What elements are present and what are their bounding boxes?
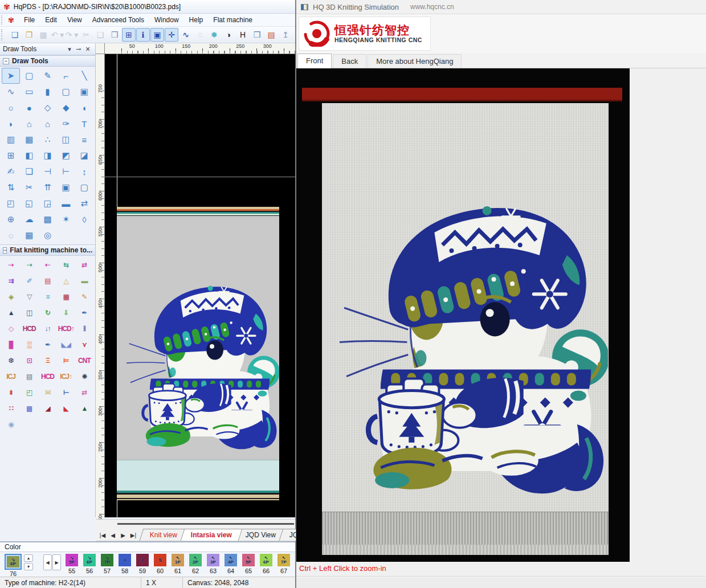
ellipse-filled-tool[interactable]: ● <box>20 100 38 116</box>
view-tab[interactable]: JQD View <box>235 529 287 541</box>
bobbin-tool[interactable]: Ξ <box>38 353 56 369</box>
frame-center-tool[interactable]: ◲ <box>38 195 56 211</box>
hcd-pink-tool[interactable]: HCD <box>38 369 56 385</box>
prev-page-button[interactable]: ◀ <box>108 532 117 538</box>
jacquard-red-tool[interactable]: ▦ <box>57 289 75 305</box>
align-right-tool[interactable]: ⊢ <box>57 164 75 179</box>
distribute-horizontal-tool[interactable]: ⇅ <box>2 179 20 195</box>
fill-gradient-tool[interactable]: ◩ <box>57 148 75 164</box>
first-page-button[interactable]: |◀ <box>98 532 107 538</box>
updown-needles-tool[interactable]: ↓↑ <box>38 321 56 337</box>
transfer-pink-tool[interactable]: ⇄ <box>75 385 93 401</box>
valley-stitch-tool[interactable]: ◣◢ <box>57 337 75 353</box>
loop-redo-tool[interactable]: ↻ <box>38 305 56 321</box>
needle-bars-tool[interactable]: ≡ <box>38 289 56 305</box>
yarn-carrier-tool[interactable]: ✐ <box>20 273 38 289</box>
simulation-tab[interactable]: Back <box>333 54 366 68</box>
stair-up-tool[interactable]: ◢ <box>38 401 56 416</box>
marquee-dots-tool[interactable]: ▩ <box>20 401 38 416</box>
hcd-insert-tool[interactable]: HCD <box>20 321 38 337</box>
eyedropper-tool[interactable]: ✑ <box>57 116 75 132</box>
row-copy-tool[interactable]: ≡ <box>75 132 93 148</box>
gold-bar-tool[interactable]: ▬ <box>57 195 75 211</box>
paste[interactable]: ❒ <box>108 28 121 42</box>
current-color-swatch[interactable]: ↘ 6P <box>5 554 22 570</box>
blanket-stitch-tool[interactable]: ▤ <box>20 369 38 385</box>
dot-line-tool[interactable]: ∴ <box>38 132 56 148</box>
racking-tool[interactable]: ◈ <box>2 289 20 305</box>
rect-tool[interactable]: ▭ <box>20 84 38 100</box>
ellipse-tool[interactable]: ○ <box>2 100 20 116</box>
align-left-tool[interactable]: ⊣ <box>38 164 56 179</box>
cut[interactable]: ✂ <box>79 28 93 42</box>
color-swatch[interactable]: ↖ 6P 66 <box>260 554 272 574</box>
polyline-tool[interactable]: ⌐ <box>57 68 75 84</box>
copy[interactable]: ❑ <box>93 28 107 42</box>
menu-item[interactable]: File <box>19 14 40 26</box>
diamond-mesh-tool[interactable]: ◇ <box>2 321 20 337</box>
polygon-tool[interactable]: ⌂ <box>20 116 38 132</box>
color-swatch[interactable]: ↖ 2P 62 <box>189 554 202 574</box>
rect-filled-tool[interactable]: ▮ <box>38 84 56 100</box>
frame-left-tool[interactable]: ◰ <box>2 195 20 211</box>
bezier-tool[interactable]: ∿ <box>179 28 193 42</box>
target-tool[interactable]: ◎ <box>38 227 56 243</box>
color-swatch[interactable]: ✕ 58 <box>119 554 131 574</box>
dot-band-tool[interactable]: ∷ <box>2 401 20 416</box>
fill-pattern-tool[interactable]: ◨ <box>38 148 56 164</box>
center-toggle[interactable]: ✛ <box>165 28 178 42</box>
brush-tool[interactable]: ✍ <box>2 164 20 179</box>
horizontal-scrollbar[interactable] <box>96 519 295 528</box>
copy-block-tool[interactable]: ⊡ <box>20 353 38 369</box>
block-swap-tool[interactable]: ◰ <box>20 385 38 401</box>
machine-tools-group-header[interactable]: − Flat knitting machine to... <box>0 244 95 256</box>
color-scroll-right-button[interactable]: ▶ <box>52 554 61 570</box>
menu-item[interactable]: Advanceed Tools <box>87 14 149 26</box>
undo[interactable]: ↶ ▾ <box>51 28 64 42</box>
scrollbar-thumb[interactable] <box>117 523 294 525</box>
block-pattern-tool[interactable]: ▦ <box>20 132 38 148</box>
next-page-button[interactable]: ▶ <box>119 532 128 538</box>
lasso-tool[interactable]: ◌ <box>2 227 20 243</box>
menu-item[interactable]: Help <box>184 14 209 26</box>
panel-menu-icon[interactable]: ▾ <box>65 46 74 53</box>
icj-tool[interactable]: ICJ <box>2 369 20 385</box>
color-swatch[interactable]: ↖ 5P 65 <box>242 554 255 574</box>
color-scroll-left-button[interactable]: ◀ <box>43 554 52 570</box>
duplicate-page[interactable]: ❒ <box>250 28 264 42</box>
line-tool[interactable]: ╲ <box>75 68 93 84</box>
garment-shape-tool[interactable]: ▽ <box>20 289 38 305</box>
stair-slope-tool[interactable]: ◣ <box>57 401 75 416</box>
curve-tool[interactable]: ∿ <box>2 84 20 100</box>
transfer-back-tool[interactable]: ⇢ <box>20 257 38 273</box>
marquee-select[interactable]: ▢ <box>20 68 38 84</box>
polygon-filled-tool[interactable]: ⌂ <box>38 116 56 132</box>
eraser-tool[interactable]: ◊ <box>75 211 93 227</box>
frame-outer-tool[interactable]: ▣ <box>57 179 75 195</box>
arc-tool[interactable]: ◖ <box>75 100 93 116</box>
needle-lines-tool[interactable]: ⦙⦙ <box>75 321 93 337</box>
contrast-tool[interactable]: ◑ <box>222 28 235 42</box>
door-insert-tool[interactable]: ◫ <box>20 305 38 321</box>
bar-orange-tool[interactable]: ⊨ <box>57 353 75 369</box>
roundrect-tool[interactable]: ▢ <box>57 84 75 100</box>
menu-item[interactable]: View <box>62 14 87 26</box>
last-page-button[interactable]: ▶| <box>129 532 138 538</box>
transfer-double-tool[interactable]: ⇉ <box>2 273 20 289</box>
mail-settings-tool[interactable]: ✉ <box>38 385 56 401</box>
panel-close-icon[interactable]: ✕ <box>83 46 92 53</box>
icj-up-tool[interactable]: ICJ↑ <box>57 369 75 385</box>
grid-toggle[interactable]: ⊞ <box>122 28 136 42</box>
download-knit-tool[interactable]: ⇩ <box>57 305 75 321</box>
ellipse-select[interactable]: ◌ <box>193 28 207 42</box>
color-swatch[interactable]: ↘ 5P 55 <box>66 554 78 574</box>
diamond-tool[interactable]: ◇ <box>38 100 56 116</box>
simulation-tab[interactable]: More about HengQiang <box>368 54 462 68</box>
panel-pin-icon[interactable]: ⊸ <box>74 46 83 53</box>
drop-stitch-tool[interactable]: ⇟ <box>2 385 20 401</box>
simulation-tab[interactable]: Front <box>297 54 332 68</box>
menu-item[interactable]: Flat machine <box>208 14 258 26</box>
color-swatch[interactable]: ↖ 1P 61 <box>172 554 184 574</box>
knit-simulation-view[interactable] <box>296 68 630 562</box>
color-swatch[interactable]: ↘ 6P 56 <box>83 554 96 574</box>
